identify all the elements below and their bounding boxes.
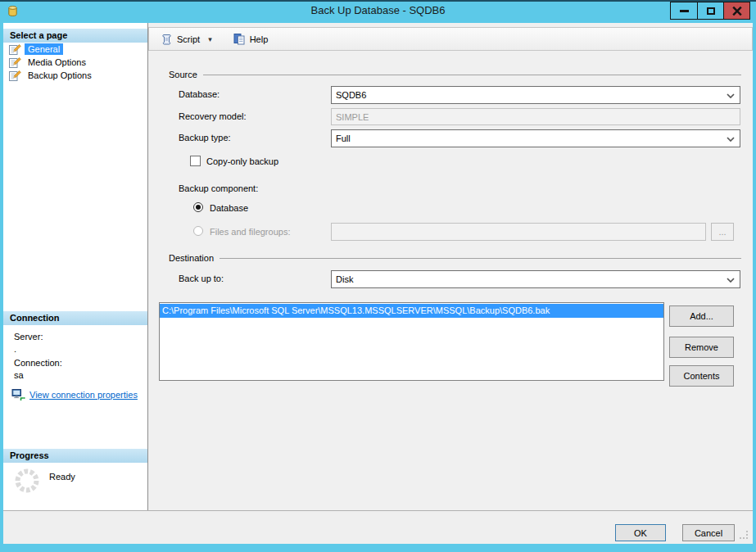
- close-button[interactable]: [723, 2, 749, 19]
- toolbar: Script ▾ Help: [148, 27, 753, 51]
- database-combobox-value: SQDB6: [336, 90, 366, 100]
- window-controls: [670, 2, 750, 20]
- cancel-button[interactable]: Cancel: [682, 524, 735, 541]
- backup-component-label: Backup component:: [179, 183, 258, 194]
- group-rule: [220, 258, 741, 259]
- group-rule: [203, 75, 741, 75]
- backup-type-label: Backup type:: [179, 132, 231, 143]
- backup-type-combobox[interactable]: Full: [331, 129, 740, 147]
- main-panel: Script ▾ Help: [148, 23, 753, 510]
- backup-destinations-list[interactable]: C:\Program Files\Microsoft SQL Server\MS…: [159, 302, 664, 381]
- sidebar-item-label: Backup Options: [25, 70, 95, 81]
- files-filegroups-label: Files and filegroups:: [210, 226, 290, 238]
- server-label: Server:: [14, 332, 43, 342]
- remove-button[interactable]: Remove: [669, 337, 734, 358]
- files-filegroups-field: [331, 223, 706, 241]
- cancel-button-label: Cancel: [695, 528, 722, 538]
- contents-button-label: Contents: [683, 371, 719, 381]
- window-title: Back Up Database - SQDB6: [0, 4, 756, 16]
- page-edit-icon: [8, 56, 21, 69]
- source-group-label: Source: [169, 70, 197, 79]
- recovery-model-label: Recovery model:: [179, 111, 247, 122]
- sidebar-item-label: General: [25, 43, 63, 55]
- files-filegroups-radio: [193, 226, 203, 236]
- source-group-header: Source: [169, 70, 741, 79]
- minimize-button[interactable]: [671, 2, 697, 19]
- script-label: Script: [177, 34, 200, 44]
- script-button[interactable]: Script: [157, 31, 202, 48]
- destination-group-label: Destination: [169, 253, 214, 263]
- sidebar-item-media-options[interactable]: Media Options: [8, 56, 89, 69]
- view-connection-properties-label: View connection properties: [29, 390, 138, 400]
- back-up-to-label: Back up to:: [179, 273, 224, 284]
- help-book-icon: [233, 33, 246, 46]
- help-label: Help: [250, 34, 269, 44]
- browse-files-button: ...: [711, 223, 734, 241]
- script-dropdown-arrow[interactable]: ▾: [206, 35, 214, 43]
- dialog-body: Select a page General: [3, 23, 753, 544]
- server-value: .: [14, 344, 16, 355]
- computer-connection-icon: [11, 388, 25, 401]
- database-label: Database:: [179, 88, 220, 100]
- remove-button-label: Remove: [685, 342, 718, 352]
- add-button[interactable]: Add...: [669, 305, 734, 327]
- recovery-model-value: SIMPLE: [336, 112, 369, 122]
- connection-label: Connection:: [14, 358, 62, 369]
- minimize-icon: [680, 10, 689, 12]
- backup-database-dialog: Back Up Database - SQDB6 Select a page: [0, 0, 756, 552]
- browse-files-label: ...: [718, 227, 726, 237]
- page-edit-icon: [8, 69, 21, 82]
- sidebar: Select a page General: [3, 23, 148, 510]
- progress-header: Progress: [3, 449, 147, 463]
- resize-grip[interactable]: [740, 531, 749, 540]
- close-icon: [732, 7, 742, 16]
- database-radio-label: Database: [210, 202, 248, 214]
- maximize-icon: [707, 7, 715, 15]
- chevron-down-icon: [727, 278, 735, 283]
- script-scroll-icon: [160, 33, 173, 46]
- progress-status: Ready: [49, 472, 75, 482]
- title-bar: Back Up Database - SQDB6: [0, 2, 756, 21]
- sidebar-item-general[interactable]: General: [8, 43, 63, 56]
- destination-group-header: Destination: [169, 253, 741, 263]
- page-edit-icon: [8, 43, 21, 56]
- chevron-down-icon: [727, 137, 735, 142]
- recovery-model-field: SIMPLE: [331, 108, 740, 125]
- sidebar-item-label: Media Options: [25, 57, 89, 68]
- select-a-page-header: Select a page: [3, 29, 147, 43]
- add-button-label: Add...: [690, 311, 713, 321]
- back-up-to-combobox[interactable]: Disk: [331, 270, 740, 288]
- contents-button[interactable]: Contents: [669, 365, 734, 387]
- chevron-down-icon: [727, 93, 735, 98]
- ok-button-label: OK: [634, 528, 647, 538]
- back-up-to-combobox-value: Disk: [336, 274, 353, 284]
- database-radio[interactable]: [193, 202, 203, 212]
- backup-path-item[interactable]: C:\Program Files\Microsoft SQL Server\MS…: [160, 304, 663, 318]
- database-combobox[interactable]: SQDB6: [331, 86, 740, 104]
- copy-only-checkbox[interactable]: [190, 156, 201, 166]
- connection-value: sa: [14, 370, 24, 381]
- progress-spinner-icon: [13, 467, 41, 496]
- sidebar-item-backup-options[interactable]: Backup Options: [8, 69, 95, 82]
- help-button[interactable]: Help: [230, 31, 271, 48]
- ok-button[interactable]: OK: [615, 524, 666, 541]
- backup-type-combobox-value: Full: [336, 133, 351, 143]
- maximize-button[interactable]: [697, 2, 723, 19]
- connection-header: Connection: [3, 311, 147, 325]
- view-connection-properties-link[interactable]: View connection properties: [11, 388, 138, 401]
- copy-only-label: Copy-only backup: [206, 156, 278, 167]
- footer: OK Cancel: [3, 510, 753, 544]
